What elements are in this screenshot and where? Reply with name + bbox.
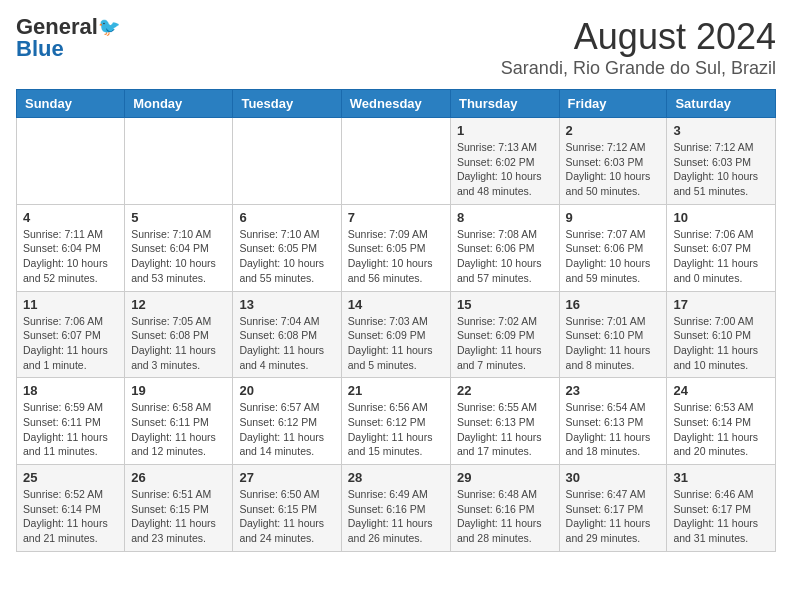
day-number: 17 bbox=[673, 297, 769, 312]
day-info: Sunrise: 7:10 AMSunset: 6:04 PMDaylight:… bbox=[131, 227, 226, 286]
day-info: Sunrise: 7:06 AMSunset: 6:07 PMDaylight:… bbox=[673, 227, 769, 286]
calendar-cell bbox=[125, 118, 233, 205]
day-number: 4 bbox=[23, 210, 118, 225]
calendar-cell: 14Sunrise: 7:03 AMSunset: 6:09 PMDayligh… bbox=[341, 291, 450, 378]
calendar-cell: 25Sunrise: 6:52 AMSunset: 6:14 PMDayligh… bbox=[17, 465, 125, 552]
calendar-cell bbox=[17, 118, 125, 205]
day-info: Sunrise: 6:53 AMSunset: 6:14 PMDaylight:… bbox=[673, 400, 769, 459]
day-number: 3 bbox=[673, 123, 769, 138]
day-number: 8 bbox=[457, 210, 553, 225]
calendar-cell: 9Sunrise: 7:07 AMSunset: 6:06 PMDaylight… bbox=[559, 204, 667, 291]
day-number: 29 bbox=[457, 470, 553, 485]
calendar-cell: 16Sunrise: 7:01 AMSunset: 6:10 PMDayligh… bbox=[559, 291, 667, 378]
day-number: 28 bbox=[348, 470, 444, 485]
day-info: Sunrise: 7:03 AMSunset: 6:09 PMDaylight:… bbox=[348, 314, 444, 373]
day-info: Sunrise: 7:11 AMSunset: 6:04 PMDaylight:… bbox=[23, 227, 118, 286]
location-title: Sarandi, Rio Grande do Sul, Brazil bbox=[501, 58, 776, 79]
day-number: 13 bbox=[239, 297, 334, 312]
day-number: 11 bbox=[23, 297, 118, 312]
day-number: 15 bbox=[457, 297, 553, 312]
day-number: 23 bbox=[566, 383, 661, 398]
day-info: Sunrise: 7:12 AMSunset: 6:03 PMDaylight:… bbox=[673, 140, 769, 199]
calendar-cell: 11Sunrise: 7:06 AMSunset: 6:07 PMDayligh… bbox=[17, 291, 125, 378]
calendar-header-thursday: Thursday bbox=[450, 90, 559, 118]
day-number: 16 bbox=[566, 297, 661, 312]
day-number: 31 bbox=[673, 470, 769, 485]
calendar-table: SundayMondayTuesdayWednesdayThursdayFrid… bbox=[16, 89, 776, 552]
calendar-week-row: 4Sunrise: 7:11 AMSunset: 6:04 PMDaylight… bbox=[17, 204, 776, 291]
day-number: 1 bbox=[457, 123, 553, 138]
calendar-cell: 10Sunrise: 7:06 AMSunset: 6:07 PMDayligh… bbox=[667, 204, 776, 291]
day-number: 2 bbox=[566, 123, 661, 138]
calendar-cell bbox=[341, 118, 450, 205]
day-number: 26 bbox=[131, 470, 226, 485]
day-info: Sunrise: 7:08 AMSunset: 6:06 PMDaylight:… bbox=[457, 227, 553, 286]
calendar-cell: 13Sunrise: 7:04 AMSunset: 6:08 PMDayligh… bbox=[233, 291, 341, 378]
day-info: Sunrise: 7:10 AMSunset: 6:05 PMDaylight:… bbox=[239, 227, 334, 286]
calendar-cell: 5Sunrise: 7:10 AMSunset: 6:04 PMDaylight… bbox=[125, 204, 233, 291]
calendar-cell: 24Sunrise: 6:53 AMSunset: 6:14 PMDayligh… bbox=[667, 378, 776, 465]
day-number: 22 bbox=[457, 383, 553, 398]
calendar-cell: 19Sunrise: 6:58 AMSunset: 6:11 PMDayligh… bbox=[125, 378, 233, 465]
day-number: 18 bbox=[23, 383, 118, 398]
calendar-cell: 31Sunrise: 6:46 AMSunset: 6:17 PMDayligh… bbox=[667, 465, 776, 552]
day-number: 30 bbox=[566, 470, 661, 485]
calendar-cell: 2Sunrise: 7:12 AMSunset: 6:03 PMDaylight… bbox=[559, 118, 667, 205]
day-number: 6 bbox=[239, 210, 334, 225]
day-info: Sunrise: 6:52 AMSunset: 6:14 PMDaylight:… bbox=[23, 487, 118, 546]
calendar-week-row: 1Sunrise: 7:13 AMSunset: 6:02 PMDaylight… bbox=[17, 118, 776, 205]
logo-bird-icon: 🐦 bbox=[98, 16, 120, 38]
calendar-cell: 23Sunrise: 6:54 AMSunset: 6:13 PMDayligh… bbox=[559, 378, 667, 465]
calendar-cell: 17Sunrise: 7:00 AMSunset: 6:10 PMDayligh… bbox=[667, 291, 776, 378]
calendar-cell: 4Sunrise: 7:11 AMSunset: 6:04 PMDaylight… bbox=[17, 204, 125, 291]
day-info: Sunrise: 6:55 AMSunset: 6:13 PMDaylight:… bbox=[457, 400, 553, 459]
day-number: 21 bbox=[348, 383, 444, 398]
day-info: Sunrise: 7:07 AMSunset: 6:06 PMDaylight:… bbox=[566, 227, 661, 286]
day-number: 19 bbox=[131, 383, 226, 398]
day-number: 27 bbox=[239, 470, 334, 485]
day-info: Sunrise: 7:05 AMSunset: 6:08 PMDaylight:… bbox=[131, 314, 226, 373]
calendar-cell: 22Sunrise: 6:55 AMSunset: 6:13 PMDayligh… bbox=[450, 378, 559, 465]
calendar-cell: 15Sunrise: 7:02 AMSunset: 6:09 PMDayligh… bbox=[450, 291, 559, 378]
calendar-cell: 30Sunrise: 6:47 AMSunset: 6:17 PMDayligh… bbox=[559, 465, 667, 552]
day-info: Sunrise: 6:48 AMSunset: 6:16 PMDaylight:… bbox=[457, 487, 553, 546]
day-number: 14 bbox=[348, 297, 444, 312]
calendar-header-saturday: Saturday bbox=[667, 90, 776, 118]
calendar-header-tuesday: Tuesday bbox=[233, 90, 341, 118]
calendar-cell: 12Sunrise: 7:05 AMSunset: 6:08 PMDayligh… bbox=[125, 291, 233, 378]
calendar-header-monday: Monday bbox=[125, 90, 233, 118]
calendar-week-row: 25Sunrise: 6:52 AMSunset: 6:14 PMDayligh… bbox=[17, 465, 776, 552]
day-number: 5 bbox=[131, 210, 226, 225]
calendar-cell: 18Sunrise: 6:59 AMSunset: 6:11 PMDayligh… bbox=[17, 378, 125, 465]
calendar-cell bbox=[233, 118, 341, 205]
day-number: 10 bbox=[673, 210, 769, 225]
day-info: Sunrise: 7:13 AMSunset: 6:02 PMDaylight:… bbox=[457, 140, 553, 199]
day-info: Sunrise: 7:09 AMSunset: 6:05 PMDaylight:… bbox=[348, 227, 444, 286]
calendar-cell: 21Sunrise: 6:56 AMSunset: 6:12 PMDayligh… bbox=[341, 378, 450, 465]
calendar-cell: 8Sunrise: 7:08 AMSunset: 6:06 PMDaylight… bbox=[450, 204, 559, 291]
page-header: General 🐦 Blue August 2024 Sarandi, Rio … bbox=[16, 16, 776, 79]
calendar-header-friday: Friday bbox=[559, 90, 667, 118]
calendar-cell: 20Sunrise: 6:57 AMSunset: 6:12 PMDayligh… bbox=[233, 378, 341, 465]
logo-general-text: General bbox=[16, 16, 98, 38]
calendar-cell: 26Sunrise: 6:51 AMSunset: 6:15 PMDayligh… bbox=[125, 465, 233, 552]
day-info: Sunrise: 6:58 AMSunset: 6:11 PMDaylight:… bbox=[131, 400, 226, 459]
calendar-cell: 27Sunrise: 6:50 AMSunset: 6:15 PMDayligh… bbox=[233, 465, 341, 552]
day-info: Sunrise: 6:49 AMSunset: 6:16 PMDaylight:… bbox=[348, 487, 444, 546]
logo: General 🐦 Blue bbox=[16, 16, 120, 60]
calendar-week-row: 11Sunrise: 7:06 AMSunset: 6:07 PMDayligh… bbox=[17, 291, 776, 378]
day-number: 20 bbox=[239, 383, 334, 398]
calendar-cell: 7Sunrise: 7:09 AMSunset: 6:05 PMDaylight… bbox=[341, 204, 450, 291]
day-info: Sunrise: 7:04 AMSunset: 6:08 PMDaylight:… bbox=[239, 314, 334, 373]
calendar-header-wednesday: Wednesday bbox=[341, 90, 450, 118]
day-info: Sunrise: 6:47 AMSunset: 6:17 PMDaylight:… bbox=[566, 487, 661, 546]
calendar-cell: 1Sunrise: 7:13 AMSunset: 6:02 PMDaylight… bbox=[450, 118, 559, 205]
day-info: Sunrise: 7:06 AMSunset: 6:07 PMDaylight:… bbox=[23, 314, 118, 373]
day-number: 25 bbox=[23, 470, 118, 485]
title-block: August 2024 Sarandi, Rio Grande do Sul, … bbox=[501, 16, 776, 79]
day-info: Sunrise: 6:57 AMSunset: 6:12 PMDaylight:… bbox=[239, 400, 334, 459]
day-info: Sunrise: 7:01 AMSunset: 6:10 PMDaylight:… bbox=[566, 314, 661, 373]
calendar-cell: 28Sunrise: 6:49 AMSunset: 6:16 PMDayligh… bbox=[341, 465, 450, 552]
calendar-cell: 29Sunrise: 6:48 AMSunset: 6:16 PMDayligh… bbox=[450, 465, 559, 552]
day-info: Sunrise: 6:59 AMSunset: 6:11 PMDaylight:… bbox=[23, 400, 118, 459]
